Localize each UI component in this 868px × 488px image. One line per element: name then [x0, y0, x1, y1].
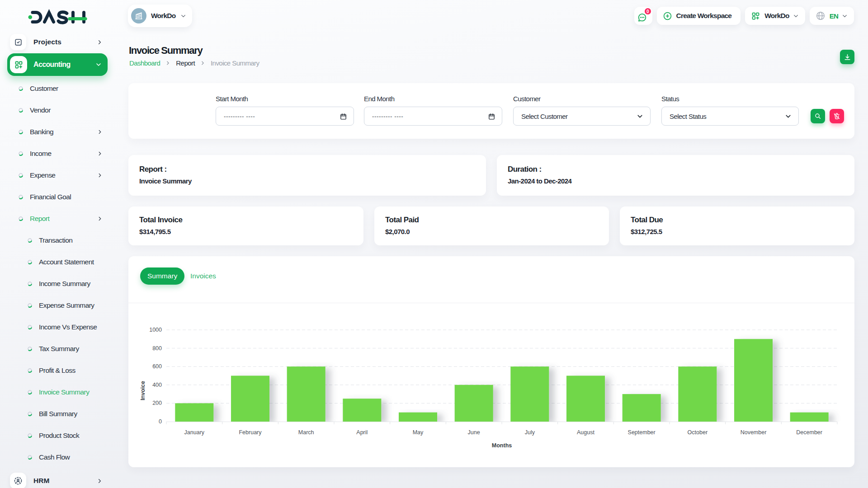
tab-invoices[interactable]: Invoices — [190, 267, 216, 285]
sidebar-item-label: Accounting — [33, 61, 71, 69]
sidebar-item-customer[interactable]: Customer — [0, 78, 118, 99]
sidebar-item-label: Transaction — [39, 236, 72, 244]
bar-march[interactable] — [287, 366, 326, 422]
circle-bullet-icon — [18, 216, 24, 221]
bar-january[interactable] — [175, 403, 213, 422]
checkbox-icon — [10, 34, 26, 50]
sidebar-item-income[interactable]: Income — [0, 143, 118, 164]
invoice-bar-chart: 02004006008001000JanuaryFebruaryMarchApr… — [128, 303, 854, 467]
dash-logo[interactable] — [28, 9, 88, 27]
report-card-label: Report : — [139, 165, 475, 174]
sidebar-item-banking[interactable]: Banking — [0, 121, 118, 143]
plus-circle-icon — [663, 11, 672, 21]
bar-june[interactable] — [455, 385, 493, 422]
sidebar-item-label: Income — [30, 150, 51, 158]
report-submenu: TransactionAccount StatementIncome Summa… — [0, 230, 118, 468]
bar-february[interactable] — [231, 376, 269, 422]
circle-bullet-icon — [27, 433, 33, 438]
circle-bullet-icon — [18, 129, 24, 135]
sidebar-item-label: Vendor — [30, 106, 51, 114]
tab-summary[interactable]: Summary — [140, 267, 184, 285]
sidebar-subitem-invoice-summary[interactable]: Invoice Summary — [0, 381, 118, 403]
sidebar-subitem-product-stock[interactable]: Product Stock — [0, 425, 118, 446]
svg-text:Invoice: Invoice — [140, 381, 146, 400]
sidebar-item-accounting[interactable]: Accounting — [7, 53, 108, 76]
svg-text:400: 400 — [152, 382, 162, 388]
sidebar-subitem-expense-summary[interactable]: Expense Summary — [0, 295, 118, 316]
create-workspace-button[interactable]: Create Workspace — [657, 7, 741, 25]
total-due-value: $312,725.5 — [631, 228, 844, 235]
sidebar-item-projects[interactable]: Projects — [0, 32, 118, 52]
bar-may[interactable] — [399, 413, 437, 422]
bar-april[interactable] — [343, 399, 381, 422]
chevron-down-icon — [784, 113, 792, 120]
circle-bullet-icon — [27, 346, 33, 352]
download-report-button[interactable] — [840, 50, 854, 64]
sidebar-subitem-cash-flow[interactable]: Cash Flow — [0, 446, 118, 468]
circle-bullet-icon — [27, 281, 33, 286]
sidebar-subitem-transaction[interactable]: Transaction — [0, 230, 118, 251]
logo-letter-a — [45, 13, 54, 22]
header-actions: 0 Create Workspace WorkDo EN — [634, 7, 854, 25]
sidebar-item-label: Bill Summary — [39, 410, 77, 418]
filter-actions — [811, 109, 844, 123]
circle-bullet-icon — [18, 194, 24, 200]
sidebar-subitem-bill-summary[interactable]: Bill Summary — [0, 403, 118, 425]
customer-select[interactable]: Select Customer — [513, 107, 651, 126]
svg-text:June: June — [468, 429, 480, 436]
sidebar-item-hrm[interactable]: HRM — [0, 471, 118, 488]
sidebar-item-vendor[interactable]: Vendor — [0, 99, 118, 121]
bar-november[interactable] — [734, 339, 773, 422]
sidebar-subitem-account-statement[interactable]: Account Statement — [0, 251, 118, 273]
messages-badge: 0 — [645, 8, 651, 14]
apply-filter-button[interactable] — [811, 109, 825, 123]
sidebar-item-expense[interactable]: Expense — [0, 164, 118, 186]
total-due-card: Total Due $312,725.5 — [620, 206, 854, 245]
circle-bullet-icon — [18, 86, 24, 91]
chevron-down-icon — [95, 61, 102, 68]
circle-bullet-icon — [18, 151, 24, 156]
svg-text:600: 600 — [152, 363, 162, 370]
end-month-field: End Month --------- ---- — [364, 95, 502, 126]
svg-text:July: July — [525, 429, 535, 436]
bar-august[interactable] — [566, 376, 605, 422]
customer-field: Customer Select Customer — [513, 95, 651, 126]
sidebar-subitem-tax-summary[interactable]: Tax Summary — [0, 338, 118, 360]
download-icon — [844, 53, 851, 61]
circle-bullet-icon — [27, 455, 33, 460]
chevron-right-icon — [96, 39, 103, 46]
breadcrumb-dashboard[interactable]: Dashboard — [129, 59, 160, 67]
breadcrumb-report[interactable]: Report — [176, 59, 195, 67]
end-month-input[interactable]: --------- ---- — [364, 107, 502, 126]
sidebar-item-report[interactable]: Report — [0, 208, 118, 230]
status-select[interactable]: Select Status — [661, 107, 799, 126]
language-button[interactable]: EN — [810, 7, 854, 25]
sidebar-subitem-profit-loss[interactable]: Profit & Loss — [0, 360, 118, 381]
bar-september[interactable] — [623, 394, 661, 422]
sidebar-item-label: Tax Summary — [39, 345, 79, 353]
calendar-icon — [340, 113, 347, 120]
workspace-switcher[interactable]: WorkDo — [128, 5, 192, 27]
bar-july[interactable] — [510, 366, 549, 422]
duration-card: Duration : Jan-2024 to Dec-2024 — [497, 155, 854, 196]
circle-bullet-icon — [18, 173, 24, 178]
chevron-right-icon — [165, 60, 171, 66]
total-paid-label: Total Paid — [385, 216, 598, 225]
logo-letter-d — [33, 13, 41, 22]
svg-text:February: February — [239, 429, 262, 436]
sidebar-item-label: Cash Flow — [39, 453, 70, 461]
sidebar-item-financial-goal[interactable]: Financial Goal — [0, 186, 118, 208]
total-invoice-card: Total Invoice $314,795.5 — [128, 206, 363, 245]
sidebar-subitem-income-vs-expense[interactable]: Income Vs Expense — [0, 316, 118, 338]
bar-october[interactable] — [678, 366, 717, 422]
svg-text:May: May — [413, 429, 424, 436]
sidebar-item-label: Income Summary — [39, 280, 90, 288]
circle-bullet-icon — [27, 389, 33, 395]
reset-filter-button[interactable] — [830, 109, 844, 123]
circle-bullet-icon — [27, 411, 33, 417]
messages-button[interactable]: 0 — [634, 7, 652, 25]
app-menu-button[interactable]: WorkDo — [745, 7, 805, 25]
sidebar-subitem-income-summary[interactable]: Income Summary — [0, 273, 118, 295]
bar-december[interactable] — [790, 413, 829, 422]
start-month-input[interactable]: --------- ---- — [216, 107, 354, 126]
